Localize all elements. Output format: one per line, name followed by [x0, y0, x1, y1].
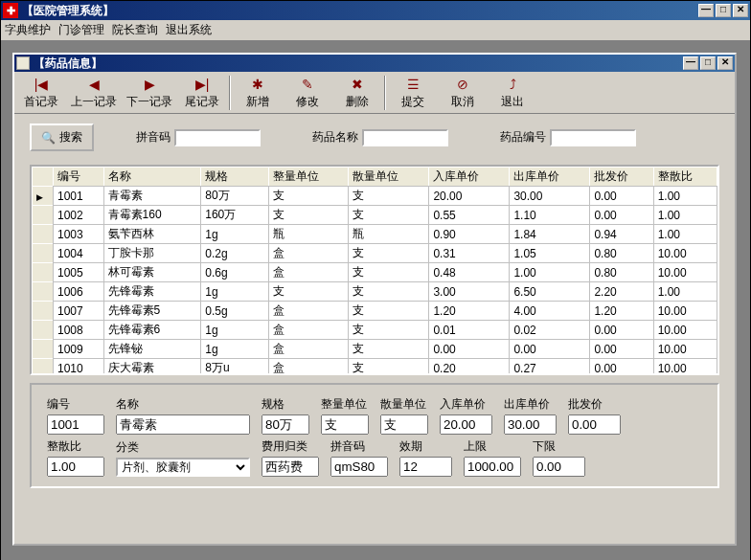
column-header[interactable]: 整散比: [653, 168, 717, 187]
cell[interactable]: 10.00: [653, 244, 717, 263]
toolbar-退出[interactable]: ⤴退出: [488, 74, 537, 113]
cell[interactable]: 0.55: [429, 206, 510, 225]
table-row[interactable]: 1010庆大霉素8万u盒支0.200.270.0010.00: [33, 359, 717, 374]
cell[interactable]: 林可霉素: [103, 263, 201, 282]
cell[interactable]: 1g: [201, 321, 268, 340]
fld-pw[interactable]: [568, 414, 621, 435]
cell[interactable]: 0.00: [429, 340, 510, 359]
cell[interactable]: 1009: [54, 340, 104, 359]
row-selector[interactable]: [33, 321, 54, 340]
cell[interactable]: 先锋霉素: [103, 282, 201, 302]
child-maximize-button[interactable]: □: [700, 56, 716, 70]
cell[interactable]: 8万u: [201, 359, 268, 374]
column-header[interactable]: 批发价: [590, 168, 653, 187]
fld-pinyin[interactable]: [330, 457, 388, 477]
row-selector[interactable]: [33, 340, 54, 359]
cell[interactable]: 3.00: [429, 282, 510, 302]
cell[interactable]: 10.00: [653, 263, 717, 282]
cell[interactable]: 丁胺卡那: [103, 244, 201, 263]
row-selector[interactable]: [33, 302, 54, 321]
table-row[interactable]: 1009先锋铋1g盒支0.000.000.0010.00: [33, 340, 717, 359]
maximize-button[interactable]: □: [716, 4, 731, 17]
cell[interactable]: 0.31: [429, 244, 510, 263]
cell[interactable]: 支: [268, 282, 349, 302]
close-button[interactable]: ✕: [733, 4, 748, 17]
cell[interactable]: 20.00: [429, 187, 510, 206]
cell[interactable]: 0.00: [590, 359, 653, 374]
cell[interactable]: 支: [349, 321, 429, 340]
cell[interactable]: 0.00: [590, 321, 653, 340]
menu-item[interactable]: 退出系统: [166, 22, 212, 38]
fld-exp[interactable]: [399, 457, 452, 477]
cell[interactable]: 0.6g: [201, 263, 268, 282]
cell[interactable]: 支: [349, 282, 429, 302]
cell[interactable]: 支: [268, 206, 349, 225]
cell[interactable]: 0.02: [510, 321, 590, 340]
toolbar-取消[interactable]: ⊘取消: [438, 74, 488, 113]
pinyin-input[interactable]: [174, 129, 261, 146]
row-selector[interactable]: [33, 282, 54, 302]
cell[interactable]: 1010: [54, 359, 104, 374]
cell[interactable]: 10.00: [653, 321, 717, 340]
cell[interactable]: 10.00: [653, 302, 717, 321]
cell[interactable]: 0.20: [429, 359, 510, 374]
cell[interactable]: 支: [268, 187, 349, 206]
cell[interactable]: 1005: [54, 263, 104, 282]
cell[interactable]: 0.00: [590, 187, 653, 206]
cell[interactable]: 1g: [201, 340, 268, 359]
cell[interactable]: 氨苄西林: [103, 225, 201, 244]
child-minimize-button[interactable]: —: [683, 56, 698, 70]
cell[interactable]: 0.90: [429, 225, 510, 244]
table-row[interactable]: 1003氨苄西林1g瓶瓶0.901.840.941.00: [33, 225, 717, 244]
cell[interactable]: 1g: [201, 225, 268, 244]
column-header[interactable]: 散量单位: [349, 168, 429, 187]
fld-pin[interactable]: [440, 414, 492, 435]
cell[interactable]: 1g: [201, 282, 268, 302]
cell[interactable]: 盒: [268, 359, 349, 374]
cell[interactable]: 1008: [54, 321, 104, 340]
row-selector[interactable]: [33, 263, 54, 282]
cell[interactable]: 1006: [54, 282, 104, 302]
cell[interactable]: 先锋霉素5: [103, 302, 201, 321]
cell[interactable]: 0.80: [590, 263, 653, 282]
cell[interactable]: 1.10: [510, 206, 590, 225]
fld-pout[interactable]: [504, 414, 557, 435]
fld-id[interactable]: [47, 414, 104, 435]
cell[interactable]: 0.00: [590, 340, 653, 359]
cell[interactable]: 支: [349, 244, 429, 263]
row-selector[interactable]: [33, 187, 54, 206]
table-row[interactable]: 1006先锋霉素1g支支3.006.502.201.00: [33, 282, 717, 302]
cell[interactable]: 瓶: [349, 225, 429, 244]
cell[interactable]: 1.00: [653, 187, 717, 206]
menu-item[interactable]: 字典维护: [5, 22, 51, 38]
cell[interactable]: 青霉素160: [103, 206, 201, 225]
cell[interactable]: 0.48: [429, 263, 510, 282]
name-input[interactable]: [362, 129, 448, 146]
cell[interactable]: 1007: [54, 302, 104, 321]
table-row[interactable]: 1007先锋霉素50.5g盒支1.204.001.2010.00: [33, 302, 717, 321]
row-selector[interactable]: [33, 225, 54, 244]
table-row[interactable]: 1001青霉素80万支支20.0030.000.001.00: [33, 187, 717, 206]
cell[interactable]: 盒: [268, 340, 349, 359]
fld-class[interactable]: 片剂、胶囊剂: [116, 458, 250, 477]
row-selector[interactable]: [33, 359, 54, 374]
fld-name[interactable]: [116, 414, 250, 435]
table-row[interactable]: 1002青霉素160160万支支0.551.100.001.00: [33, 206, 717, 225]
cell[interactable]: 1.20: [590, 302, 653, 321]
cell[interactable]: 青霉素: [103, 187, 201, 206]
row-selector[interactable]: [33, 244, 54, 263]
cell[interactable]: 10.00: [653, 359, 717, 374]
fld-upper[interactable]: [464, 457, 521, 477]
cell[interactable]: 6.50: [510, 282, 590, 302]
column-header[interactable]: 名称: [103, 168, 201, 187]
cell[interactable]: 支: [349, 263, 429, 282]
cell[interactable]: 盒: [268, 302, 349, 321]
cell[interactable]: 4.00: [510, 302, 590, 321]
cell[interactable]: 10.00: [653, 340, 717, 359]
cell[interactable]: 80万: [201, 187, 268, 206]
cell[interactable]: 0.2g: [201, 244, 268, 263]
cell[interactable]: 160万: [201, 206, 268, 225]
cell[interactable]: 支: [349, 302, 429, 321]
toolbar-删除[interactable]: ✖删除: [332, 74, 382, 113]
toolbar-提交[interactable]: ☰提交: [388, 74, 438, 113]
